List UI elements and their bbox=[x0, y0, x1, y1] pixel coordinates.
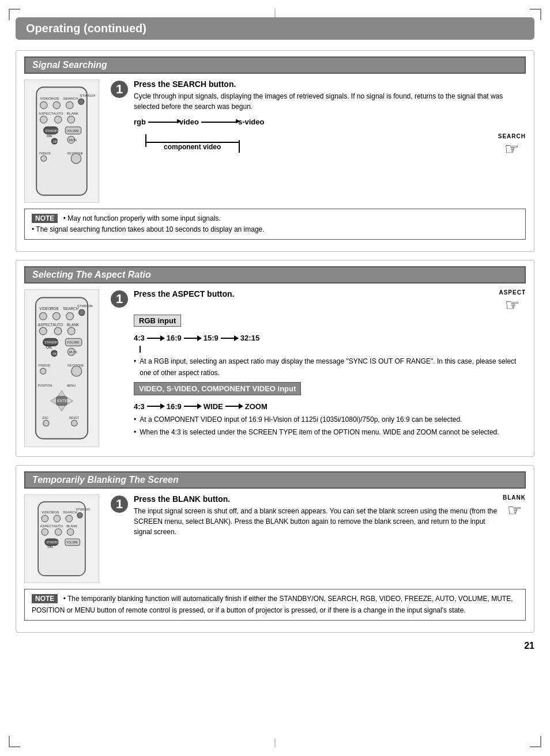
flow-wide-video: WIDE bbox=[204, 402, 223, 411]
svg-text:ENTER: ENTER bbox=[57, 399, 70, 403]
svg-text:VIDEO: VIDEO bbox=[40, 96, 52, 100]
return-arrow-rgb bbox=[140, 346, 526, 353]
step-number-aspect: 1 bbox=[111, 290, 128, 308]
blank-step-row: 1 Press the BLANK button. The input sign… bbox=[111, 494, 526, 537]
corner-mark-bl bbox=[9, 736, 20, 747]
rgb-aspect-flow: 4:3 16:9 15:9 32:15 bbox=[134, 334, 526, 342]
svg-text:RGB: RGB bbox=[52, 511, 59, 514]
svg-text:VOLUME: VOLUME bbox=[66, 542, 78, 545]
svg-text:OFF: OFF bbox=[53, 352, 59, 356]
blank-hand-icon: ☞ bbox=[507, 501, 522, 520]
svg-text:RGB: RGB bbox=[51, 96, 59, 100]
svg-text:ASPECT: ASPECT bbox=[39, 111, 53, 115]
svg-point-74 bbox=[54, 516, 61, 523]
svg-point-55 bbox=[71, 366, 82, 377]
flow-159-rgb: 15:9 bbox=[204, 334, 219, 342]
svg-text:VIDEO: VIDEO bbox=[42, 511, 52, 514]
arrow-video-svideo bbox=[201, 122, 236, 123]
signal-step-body: Cycle through input signals, displaying … bbox=[134, 91, 526, 112]
svg-point-67 bbox=[71, 421, 77, 426]
flow-rgb: rgb bbox=[134, 118, 146, 126]
blank-icon-col: BLANK ☞ bbox=[503, 494, 526, 520]
svg-text:VOLUME: VOLUME bbox=[67, 129, 80, 133]
signal-searching-content: VIDEO RGB SEARCH STW810N ASPECT AUTO BLA… bbox=[24, 80, 526, 203]
video-note-2: • When the 4:3 is selected under the SCR… bbox=[134, 427, 526, 438]
remote-image-aspect: VIDEO RGB SEARCH STW810N ASPECT AUTO BLA… bbox=[24, 289, 99, 447]
signal-step-title: Press the SEARCH button. bbox=[134, 80, 526, 89]
rgb-input-label: RGB input bbox=[134, 315, 181, 327]
aspect-ratio-content: VIDEO RGB SEARCH STW810N ASPECT AUTO BLA… bbox=[24, 289, 526, 447]
svg-text:POSITION: POSITION bbox=[38, 384, 52, 388]
arrow-wide-zoom-video bbox=[225, 406, 243, 407]
page-header: Operating (continued) bbox=[16, 17, 534, 40]
svg-point-5 bbox=[40, 101, 48, 109]
svg-text:ON: ON bbox=[46, 346, 52, 350]
note-label-1: NOTE bbox=[32, 214, 58, 223]
center-top-mark bbox=[275, 9, 276, 17]
blank-step-title: Press the BLANK button. bbox=[134, 494, 498, 504]
page-number: 21 bbox=[16, 641, 534, 651]
svg-point-6 bbox=[53, 101, 61, 109]
svg-text:ESC: ESC bbox=[42, 416, 48, 419]
flow-zoom-video: ZOOM bbox=[245, 402, 268, 411]
signal-step-row: 1 Press the SEARCH button. Cycle through… bbox=[111, 80, 526, 158]
svg-text:STANDBY: STANDBY bbox=[45, 129, 59, 133]
flow-component: component video bbox=[164, 143, 239, 151]
signal-flow-diagram: rgb video s-video component video bbox=[134, 118, 526, 153]
rgb-notes: • At a RGB input, selecting an aspect ra… bbox=[134, 356, 526, 378]
svg-text:AUTO: AUTO bbox=[53, 323, 63, 327]
svg-point-76 bbox=[77, 513, 82, 518]
arrow-159-3215-rgb bbox=[221, 338, 238, 339]
svg-text:AUTO: AUTO bbox=[54, 525, 63, 528]
svg-text:SEARCH: SEARCH bbox=[63, 307, 79, 311]
svg-point-66 bbox=[43, 421, 49, 426]
page-title: Operating (continued) bbox=[26, 22, 146, 35]
corner-mark-tr bbox=[530, 9, 541, 20]
flow-43-rgb: 4:3 bbox=[134, 334, 145, 342]
svg-point-82 bbox=[67, 529, 74, 536]
flow-3215-rgb: 32:15 bbox=[240, 334, 259, 342]
video-aspect-flow: 4:3 16:9 WIDE ZOOM bbox=[134, 402, 526, 411]
svg-text:ASPECT: ASPECT bbox=[38, 323, 53, 327]
remote-svg-signal: VIDEO RGB SEARCH STW810N ASPECT AUTO BLA… bbox=[28, 84, 95, 199]
svg-point-7 bbox=[66, 101, 74, 109]
svg-point-36 bbox=[79, 310, 85, 316]
arrow-169-wide-video bbox=[184, 406, 201, 407]
flow-169-video: 16:9 bbox=[167, 402, 182, 411]
svg-text:BLANK: BLANK bbox=[66, 525, 77, 528]
svg-text:STW810N: STW810N bbox=[76, 508, 90, 511]
arrow-up-right bbox=[239, 140, 240, 153]
svg-point-42 bbox=[67, 327, 75, 335]
flow-video: video bbox=[179, 118, 199, 126]
svg-point-40 bbox=[39, 327, 47, 335]
svg-text:FREEZE: FREEZE bbox=[39, 152, 51, 155]
svg-text:OFF: OFF bbox=[53, 140, 59, 143]
note-bullet-blank: • bbox=[63, 595, 67, 603]
blanking-note-box: NOTE • The temporarily blanking function… bbox=[24, 589, 526, 620]
svg-point-14 bbox=[67, 116, 75, 123]
svg-text:BLANK: BLANK bbox=[67, 111, 79, 115]
svg-point-41 bbox=[54, 327, 62, 335]
svg-text:VIDEO: VIDEO bbox=[39, 307, 51, 311]
svg-point-73 bbox=[42, 516, 48, 523]
step-number-1: 1 bbox=[111, 81, 128, 98]
svg-text:STANDBY: STANDBY bbox=[44, 341, 58, 345]
aspect-ratio-title: Selecting The Aspect Ratio bbox=[24, 266, 526, 284]
svg-text:SEARCH: SEARCH bbox=[63, 96, 78, 100]
svg-text:STW810N: STW810N bbox=[80, 93, 95, 97]
video-input-label: VIDEO, S-VIDEO, COMPONENT VIDEO input bbox=[134, 382, 301, 395]
svg-text:BLANK: BLANK bbox=[67, 323, 80, 327]
blank-label: BLANK bbox=[503, 494, 526, 501]
signal-step-content: Press the SEARCH button. Cycle through i… bbox=[134, 80, 526, 158]
remote-image-signal: VIDEO RGB SEARCH STW810N ASPECT AUTO BLA… bbox=[24, 80, 99, 203]
svg-text:ASPECT: ASPECT bbox=[40, 525, 54, 528]
blanking-title: Temporarily Blanking The Screen bbox=[24, 471, 526, 489]
svg-text:MENU: MENU bbox=[67, 384, 76, 388]
svg-text:ON: ON bbox=[47, 134, 52, 138]
svg-point-12 bbox=[40, 116, 48, 123]
aspect-step-content: Press the ASPECT button. ASPECT ☞ RGB in… bbox=[134, 289, 526, 441]
svg-text:MUTE: MUTE bbox=[69, 138, 78, 142]
svg-text:RGB: RGB bbox=[51, 307, 59, 311]
remote-image-blank: VIDEO RGB SEARCH STW810N ASPECT AUTO BLA… bbox=[24, 494, 99, 583]
signal-searching-title: Signal Searching bbox=[24, 56, 526, 74]
